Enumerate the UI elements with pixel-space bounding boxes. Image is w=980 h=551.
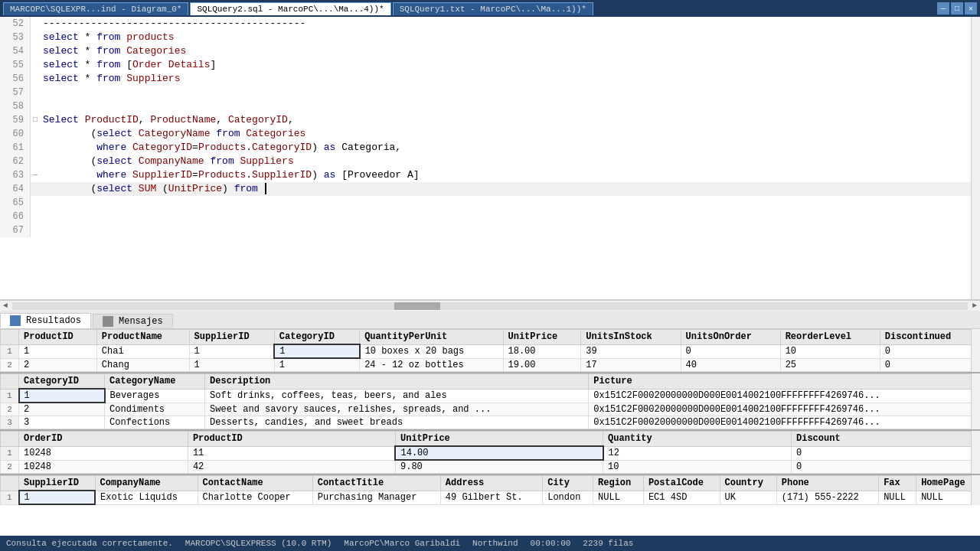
editor-vscroll[interactable] — [971, 17, 980, 299]
code-line-56: 56 select * from Suppliers — [0, 72, 971, 86]
result-table-products: ProductID ProductName SupplierID Categor… — [0, 329, 980, 373]
table1-vscroll[interactable] — [971, 329, 980, 372]
hscroll-right-arrow[interactable]: ► — [969, 302, 980, 310]
editor-area[interactable]: 52 -------------------------------------… — [0, 17, 980, 300]
code-line-52: 52 -------------------------------------… — [0, 17, 971, 31]
status-user: MarcoPC\Marco Garibaldi — [344, 539, 460, 548]
tab-query1[interactable]: SQLQuery1.txt - MarcoPC\...\Ma...1))* — [393, 2, 593, 15]
code-line-53: 53 select * from products — [0, 31, 971, 44]
title-bar: MARCOPC\SQLEXPR...ind - Diagram_0* SQLQu… — [0, 0, 980, 17]
status-time: 00:00:00 — [531, 539, 571, 548]
suppliers-table: SupplierID CompanyName ContactName Conta… — [0, 475, 980, 505]
code-line-54: 54 select * from Categories — [0, 44, 971, 58]
results-tabs: Resultados Mensajes — [0, 311, 980, 329]
code-line-67: 67 — [0, 223, 971, 237]
categories-table: CategoryID CategoryName Description Pict… — [0, 373, 980, 429]
msg-icon — [103, 316, 113, 327]
status-server: MARCOPC\SQLEXPRESS (10.0 RTM) — [185, 539, 332, 548]
status-bar: Consulta ejecutada correctamente. MARCOP… — [0, 536, 980, 551]
hscroll-thumb[interactable] — [394, 302, 440, 310]
status-rows: 2239 filas — [583, 539, 633, 548]
code-line-61: 61 where CategoryID=Products.CategoryID)… — [0, 141, 971, 155]
code-line-55: 55 select * from [Order Details] — [0, 58, 971, 72]
code-line-58: 58 — [0, 99, 971, 113]
tab-diagram[interactable]: MARCOPC\SQLEXPR...ind - Diagram_0* — [3, 2, 188, 15]
table-row[interactable]: 2 10248 42 9.80 10 0 — [1, 460, 980, 474]
table-row[interactable]: 1 1 Beverages Soft drinks, coffees, teas… — [1, 389, 980, 403]
code-line-57: 57 — [0, 86, 971, 99]
tab-resultados[interactable]: Resultados — [0, 313, 91, 328]
tab-query2[interactable]: SQLQuery2.sql - MarcoPC\...\Ma...4))* — [190, 2, 390, 15]
grid-icon — [10, 315, 21, 326]
minimize-button[interactable]: — — [937, 2, 949, 15]
table-row[interactable]: 1 10248 11 14.00 12 0 — [1, 446, 980, 460]
result-table-orderdetails: OrderID ProductID UnitPrice Quantity Dis… — [0, 431, 980, 475]
code-line-66: 66 — [0, 210, 971, 223]
result-tables[interactable]: ProductID ProductName SupplierID Categor… — [0, 329, 980, 551]
code-line-59: 59 □ Select ProductID, ProductName, Cate… — [0, 113, 971, 127]
table-row[interactable]: 2 2 Chang 1 1 24 - 12 oz bottles 19.00 1… — [1, 358, 980, 372]
status-ok-message: Consulta ejecutada correctamente. — [6, 539, 173, 548]
maximize-button[interactable]: □ — [951, 2, 963, 15]
table3-vscroll[interactable] — [971, 431, 980, 474]
status-db: Northwind — [472, 539, 518, 548]
hscroll-track[interactable] — [12, 302, 968, 310]
result-table-suppliers: SupplierID CompanyName ContactName Conta… — [0, 475, 980, 505]
editor-scroll: 52 -------------------------------------… — [0, 17, 971, 299]
window-controls: — □ ✕ — [937, 2, 977, 15]
tab-mensajes[interactable]: Mensajes — [93, 314, 173, 328]
orderdetails-table: OrderID ProductID UnitPrice Quantity Dis… — [0, 431, 980, 474]
code-line-63: 63 — where SupplierID=Products.SupplierI… — [0, 168, 971, 182]
table-row[interactable]: 1 1 Chai 1 1 10 boxes x 20 bags 18.00 39… — [1, 344, 980, 358]
products-table: ProductID ProductName SupplierID Categor… — [0, 329, 980, 372]
table4-vscroll[interactable] — [971, 475, 980, 505]
table2-vscroll[interactable] — [971, 373, 980, 429]
table-row[interactable]: 3 3 Confections Desserts, candies, and s… — [1, 416, 980, 429]
table-row[interactable]: 2 2 Condiments Sweet and savory sauces, … — [1, 403, 980, 416]
code-line-60: 60 (select CategoryName from Categories — [0, 127, 971, 141]
table-row[interactable]: 1 1 Exotic Liquids Charlotte Cooper Purc… — [1, 491, 980, 504]
code-editor[interactable]: 52 -------------------------------------… — [0, 17, 971, 237]
code-line-64: 64 (select SUM (UnitPrice) from — [0, 182, 971, 196]
results-area: Resultados Mensajes ProductID ProductNam… — [0, 311, 980, 551]
hscroll-left-arrow[interactable]: ◄ — [0, 302, 11, 310]
code-line-65: 65 — [0, 196, 971, 210]
result-table-categories: CategoryID CategoryName Description Pict… — [0, 373, 980, 431]
close-button[interactable]: ✕ — [965, 2, 977, 15]
code-line-62: 62 (select CompanyName from Suppliers — [0, 155, 971, 168]
editor-hscroll[interactable]: ◄ ► — [0, 300, 980, 311]
